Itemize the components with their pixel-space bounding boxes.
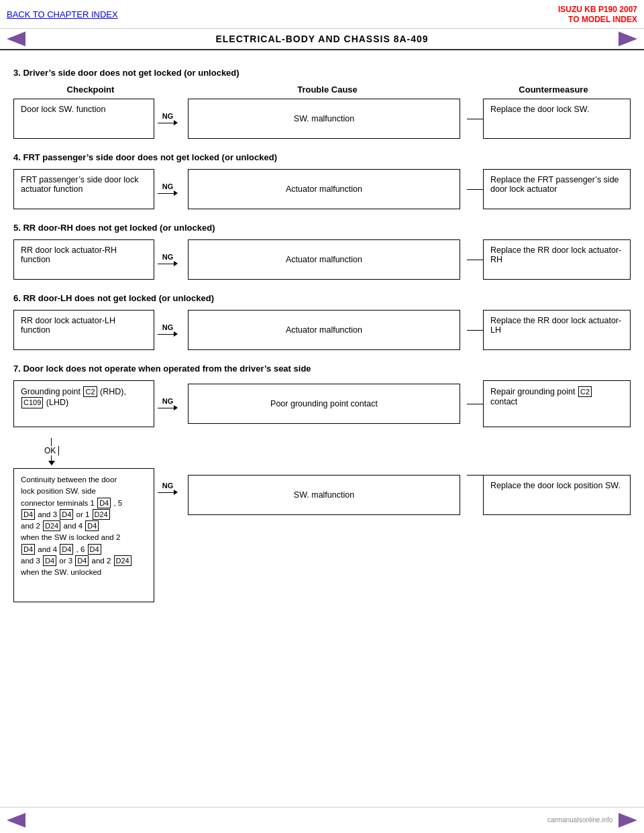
section-7: 7. Door lock does not operate when opera…: [13, 364, 631, 602]
ng-arrow-3: NG: [154, 253, 181, 266]
ok-connector: OK: [13, 437, 631, 465]
code-d24-1: D24: [93, 509, 110, 520]
trouble-box: SW. malfunction: [188, 99, 460, 139]
section-4-title: 4. FRT passenger’s side door does not ge…: [13, 152, 631, 162]
ng-arrow-4: NG: [154, 323, 181, 337]
countermeasure-box-sw: Replace the door lock position SW.: [483, 475, 631, 515]
section-6: 6. RR door-LH does not get locked (or un…: [13, 293, 631, 350]
trouble-box: Actuator malfunction: [188, 239, 460, 280]
cont-line4: , 5: [113, 499, 122, 507]
section-7-flow2: Continuity between the door lock positio…: [13, 468, 631, 602]
trouble-box: Actuator malfunction: [188, 169, 460, 209]
section-title: ELECTRICAL-BODY AND CHASSIS 8A-409: [215, 34, 428, 44]
nav-next-arrow[interactable]: [619, 32, 637, 46]
section-7-flow1: Grounding point C2 (RHD), C109 (LHD) NG …: [13, 380, 631, 427]
svg-marker-2: [7, 813, 25, 828]
main-content: 3. Driver’s side door does not get locke…: [0, 50, 644, 629]
code-d24-2: D24: [43, 520, 60, 531]
trouble-box: Actuator malfunction: [188, 310, 460, 350]
col-header-checkpoint: Checkpoint: [13, 85, 168, 95]
ok-label: OK: [44, 446, 56, 455]
checkpoint-grounding-label: Grounding point: [21, 387, 80, 396]
ng-label: NG: [162, 253, 174, 261]
right-connector: [467, 404, 483, 404]
svg-marker-1: [619, 32, 637, 46]
section-4-row-1: FRT passenger’s side door lock actuator …: [13, 169, 631, 209]
checkpoint-box-grounding: Grounding point C2 (RHD), C109 (LHD): [13, 380, 154, 427]
section-6-title: 6. RR door-LH does not get locked (or un…: [13, 293, 631, 303]
code-d4-8: D4: [43, 555, 56, 566]
code-c2-counter: C2: [578, 386, 592, 397]
code-d4-5: D4: [21, 544, 35, 555]
checkpoint-lhd: (LHD): [46, 398, 68, 407]
column-headers: Checkpoint Trouble Cause Countermeasure: [13, 85, 631, 95]
checkpoint-box-continuity: Continuity between the door lock positio…: [13, 468, 154, 602]
ng-label: NG: [162, 397, 174, 405]
countermeasure-box-grounding: Repair grounding point C2 contact: [483, 380, 631, 427]
cont-line2: lock position SW. side: [21, 487, 96, 495]
cont-line5: and 3: [38, 510, 57, 518]
section-6-row-1: RR door lock actuator-LH function NG Act…: [13, 310, 631, 350]
bottom-prev-arrow[interactable]: [7, 813, 25, 828]
section-5: 5. RR door-RH does not get locked (or un…: [13, 223, 631, 280]
cont-line13: or 3: [59, 557, 72, 565]
ng-label: NG: [162, 182, 174, 190]
checkpoint-box: RR door lock actuator-RH function: [13, 239, 154, 280]
code-d4-7: D4: [88, 544, 101, 555]
code-d4-3: D4: [60, 509, 73, 520]
trouble-box-sw: SW. malfunction: [188, 475, 460, 515]
ng-label: NG: [162, 112, 174, 120]
cont-line11: , 6: [76, 545, 85, 553]
cont-line7: and 2: [21, 522, 40, 530]
cont-line3: connector terminals 1: [21, 499, 95, 507]
countermeasure-box: Replace the RR door lock actuator-RH: [483, 239, 631, 280]
code-c109: C109: [21, 397, 43, 408]
right-connector: [467, 189, 483, 190]
bottom-nav: carmanualsonline.info: [0, 807, 644, 833]
ng-label: NG: [162, 482, 174, 490]
code-c2: C2: [83, 386, 97, 397]
nav-bar: ELECTRICAL-BODY AND CHASSIS 8A-409: [0, 29, 644, 50]
ng-arrow-5: NG: [154, 397, 181, 410]
counter-contact: contact: [490, 397, 517, 406]
section-5-title: 5. RR door-RH does not get locked (or un…: [13, 223, 631, 233]
checkpoint-box: Door lock SW. function: [13, 99, 154, 139]
checkpoint-box: RR door lock actuator-LH function: [13, 310, 154, 350]
page-header: BACK TO CHAPTER INDEX ISUZU KB P190 2007…: [0, 0, 644, 29]
nav-prev-arrow[interactable]: [7, 32, 25, 46]
section-4: 4. FRT passenger’s side door does not ge…: [13, 152, 631, 209]
code-d4-1: D4: [97, 498, 111, 508]
arrow: [158, 405, 178, 410]
logo-text: carmanualsonline.info: [547, 813, 637, 828]
arrow: [158, 261, 178, 266]
section-3: 3. Driver’s side door does not get locke…: [13, 68, 631, 139]
section-7-title: 7. Door lock does not operate when opera…: [13, 364, 631, 374]
col-header-trouble: Trouble Cause: [195, 85, 460, 95]
cont-line12: and 3: [21, 557, 40, 565]
countermeasure-box: Replace the door lock SW.: [483, 99, 631, 139]
arrow: [158, 120, 178, 125]
countermeasure-box: Replace the RR door lock actuator-LH: [483, 310, 631, 350]
code-d4-9: D4: [75, 555, 89, 566]
countermeasure-box: Replace the FRT passenger’s side door lo…: [483, 169, 631, 209]
back-link[interactable]: BACK TO CHAPTER INDEX: [7, 9, 118, 19]
cont-line14: and 2: [92, 557, 111, 565]
right-connector-2: [467, 475, 483, 476]
cont-line9: when the SW is locked and 2: [21, 533, 120, 541]
cont-line6: or 1: [76, 510, 90, 518]
section-3-row-1: Door lock SW. function NG SW. malfunctio…: [13, 99, 631, 139]
ng-arrow-1: NG: [154, 112, 181, 125]
code-d24-3: D24: [114, 555, 131, 566]
ng-label: NG: [162, 323, 174, 331]
code-d4-4: D4: [85, 520, 99, 531]
right-connector: [467, 260, 483, 260]
svg-marker-3: [619, 813, 637, 828]
right-connector: [467, 330, 483, 331]
section-3-title: 3. Driver’s side door does not get locke…: [13, 68, 631, 78]
counter-repair: Repair grounding point: [490, 387, 575, 396]
checkpoint-rhd: (RHD),: [100, 387, 126, 396]
model-index-link[interactable]: ISUZU KB P190 2007 TO MODEL INDEX: [558, 4, 637, 24]
section-5-row-1: RR door lock actuator-RH function NG Act…: [13, 239, 631, 280]
checkpoint-box: FRT passenger’s side door lock actuator …: [13, 169, 154, 209]
cont-line1: Continuity between the door: [21, 476, 117, 484]
